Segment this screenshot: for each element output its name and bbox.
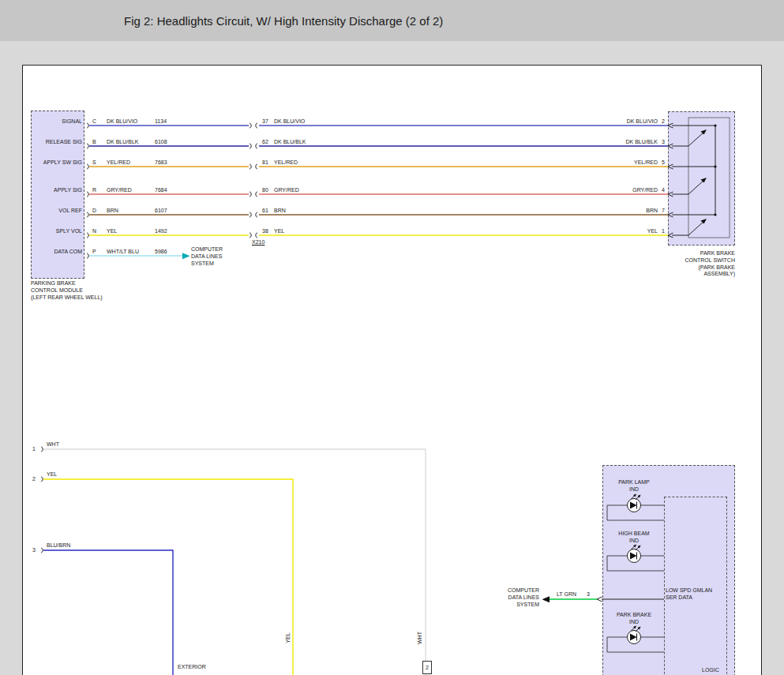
wire-color-label: BRN [107, 208, 118, 214]
right-pin-number: 7 [659, 208, 667, 214]
wire-row-4 [87, 192, 673, 197]
wire-circuit-number: 1492 [155, 228, 167, 234]
caption-line: SER DATA [666, 594, 712, 602]
wire-pin-letter: R [92, 187, 96, 193]
caption-line: CONTROL MODULE [31, 287, 103, 294]
figure-title: Fig 2: Headlights Circuit, W/ High Inten… [124, 14, 443, 28]
right-color-label: GRY/RED [588, 187, 658, 193]
high-beam-led-icon [628, 545, 641, 563]
indicator-wiring [542, 494, 665, 653]
wire-circuit-number: 5986 [155, 249, 167, 255]
caption-line: COMPUTER [191, 246, 223, 253]
caption-line: SYSTEM [484, 602, 539, 609]
wire-pin-letter: C [92, 118, 96, 125]
wire-row-3 [87, 164, 673, 169]
module-pin-label: SIGNAL [32, 118, 82, 125]
mid-pin-number: 61 [262, 208, 268, 214]
wire-circuit-number: 6108 [155, 139, 167, 145]
park-lamp-led-icon [628, 494, 641, 512]
right-color-label: YEL/RED [588, 159, 658, 166]
mid-pin-number: 62 [262, 139, 268, 145]
right-pin-number: 3 [659, 139, 667, 145]
caption-line: IND [602, 619, 666, 626]
wire-color-label: YEL/RED [107, 159, 130, 166]
wire-circuit-number: 1134 [155, 118, 167, 125]
wire-row-5 [87, 212, 673, 217]
wire-row-2 [87, 144, 673, 148]
right-color-label: DK BLU/VIO [588, 118, 658, 125]
connector-id-label: X210 [252, 239, 264, 246]
bottom-wire-pin: 3 [32, 547, 36, 553]
wire-pin-letter: D [92, 208, 96, 214]
park-brake-switch-caption: PARK BRAKE CONTROL SWITCH (PARK BRAKE AS… [659, 250, 735, 278]
mid-color-label: BRN [274, 208, 286, 214]
wire-color-label: GRY/RED [107, 187, 132, 193]
title-bar: Fig 2: Headlights Circuit, W/ High Inten… [0, 0, 784, 41]
wire-color-label: DK BLU/VIO [107, 118, 137, 125]
caption-line: PARK BRAKE [659, 250, 735, 257]
park-lamp-ind-label: PARK LAMP IND [602, 479, 666, 493]
module-pin-label: RELEASE SIG [32, 139, 82, 145]
computer-data-lines-label-top: COMPUTER DATA LINES SYSTEM [191, 246, 223, 267]
exterior-label: EXTERIOR [178, 664, 206, 670]
wiring-svg [23, 66, 763, 675]
right-pin-number: 4 [659, 187, 667, 193]
mid-pin-number: 37 [262, 118, 268, 125]
module-pin-label: APPLY SW SIG [32, 159, 82, 166]
mid-color-label: DK BLU/BLK [274, 139, 306, 145]
caption-line: PARK LAMP [602, 479, 666, 486]
vertical-wire-label-wht: WHT [417, 627, 423, 649]
page: Fig 2: Headlights Circuit, W/ High Inten… [0, 0, 784, 675]
green-wire-color-label: LT GRN [557, 591, 576, 598]
wire-color-label: YEL [107, 228, 117, 234]
high-beam-ind-label: HIGH BEAM IND [602, 531, 666, 545]
right-color-label: DK BLU/BLK [588, 139, 658, 145]
park-brake-led-icon [628, 626, 641, 644]
module-pin-label: APPLY SIG [32, 187, 82, 193]
mid-pin-number: 80 [262, 187, 268, 193]
caption-line: DATA LINES [191, 253, 223, 261]
wire-pin-letter: N [92, 228, 96, 234]
bottom-wire-color-label: YEL [47, 471, 57, 478]
wire-pin-letter: B [92, 139, 96, 145]
mid-color-label: GRY/RED [274, 187, 299, 193]
computer-data-lines-label-bottom: COMPUTER DATA LINES SYSTEM [484, 587, 539, 608]
computer-arrow-icon [542, 596, 550, 602]
serial-data-label: LOW SPD GMLAN SER DATA [666, 587, 712, 602]
bottom-wire-pin: 1 [32, 446, 36, 452]
right-pin-number: 1 [659, 228, 667, 234]
diagram-canvas: SIGNAL RELEASE SIG APPLY SW SIG APPLY SI… [22, 65, 762, 675]
bottom-wire-pin: 2 [32, 476, 36, 482]
mid-pin-number: 38 [262, 228, 268, 234]
module-pin-label: DATA COM [32, 249, 82, 255]
mid-color-label: YEL/RED [274, 159, 298, 166]
grid-ref-box: 2 [422, 661, 432, 674]
mid-pin-number: 81 [262, 159, 268, 166]
switch-internals [672, 118, 730, 238]
caption-line: CONTROL SWITCH [659, 257, 735, 264]
wire-row-6 [87, 233, 673, 238]
wire-color-label: DK BLU/BLK [107, 139, 138, 145]
grid-ref-label: 2 [426, 665, 429, 670]
park-brake-ind-label: PARK BRAKE IND [602, 612, 666, 626]
bottom-left-wires [41, 447, 426, 675]
data-lines-arrow-icon [182, 253, 190, 259]
caption-line: IND [602, 486, 666, 493]
mid-color-label: DK BLU/VIO [274, 118, 305, 125]
caption-line: (PARK BRAKE [659, 264, 735, 272]
wire-color-label: WHT/LT BLU [107, 249, 139, 255]
right-color-label: YEL [588, 228, 658, 234]
caption-line: LOW SPD GMLAN [666, 587, 712, 594]
caption-line: SYSTEM [191, 261, 223, 268]
wire-circuit-number: 7683 [155, 159, 167, 166]
caption-line: PARK BRAKE [602, 612, 666, 619]
caption-line: (LEFT REAR WHEEL WELL) [31, 294, 103, 302]
wire-circuit-number: 6107 [155, 208, 167, 214]
wire-pin-letter: P [92, 249, 96, 255]
green-wire-pin: 3 [587, 591, 590, 598]
vertical-wire-label-yel: YEL [285, 627, 291, 649]
right-color-label: BRN [588, 208, 658, 214]
bottom-wire-color-label: WHT [47, 441, 59, 448]
right-pin-number: 5 [659, 159, 667, 166]
wire-pin-letter: S [92, 159, 96, 166]
